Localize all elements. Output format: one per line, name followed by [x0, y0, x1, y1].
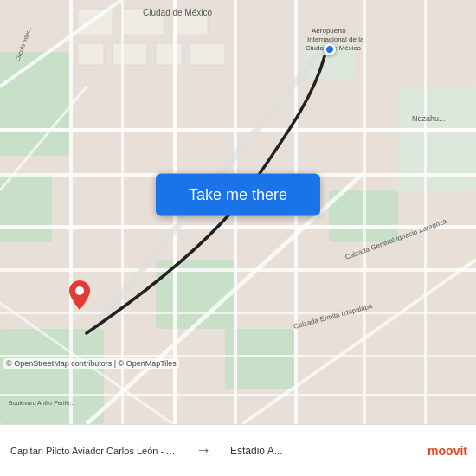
svg-text:Internacional de la: Internacional de la: [307, 35, 364, 43]
svg-text:Nezahu...: Nezahu...: [412, 114, 446, 123]
map-container: Ciudad de México Aeropuerto Internaciona…: [0, 0, 476, 424]
svg-rect-28: [363, 0, 366, 424]
moovit-text: moovit: [428, 444, 467, 458]
destination-label: Estadio A...: [220, 445, 407, 457]
origin-label: Capitan Piloto Aviador Carlos León - A..…: [0, 446, 187, 456]
svg-rect-12: [78, 43, 104, 65]
svg-rect-9: [78, 9, 113, 35]
svg-rect-1: [0, 52, 69, 156]
take-me-there-button[interactable]: Take me there: [156, 174, 320, 216]
destination-pin: [69, 280, 90, 310]
svg-text:Ciudad de México: Ciudad de México: [143, 8, 212, 17]
svg-text:Aeropuerto: Aeropuerto: [312, 27, 346, 35]
map-attribution: © OpenStreetMap contributors | © OpenMap…: [3, 358, 179, 369]
svg-rect-2: [0, 173, 52, 242]
bottom-bar: Capitan Piloto Aviador Carlos León - A..…: [0, 424, 476, 476]
moovit-logo: moovit: [407, 444, 476, 458]
svg-rect-29: [424, 0, 427, 424]
arrow-icon: →: [187, 441, 220, 460]
svg-rect-14: [156, 43, 182, 65]
svg-text:Boulevard Anillo Perifé...: Boulevard Anillo Perifé...: [9, 400, 74, 406]
svg-rect-15: [190, 43, 225, 65]
origin-pin: [324, 43, 336, 55]
svg-rect-13: [113, 43, 147, 65]
svg-point-45: [75, 286, 84, 295]
svg-rect-7: [0, 329, 104, 424]
